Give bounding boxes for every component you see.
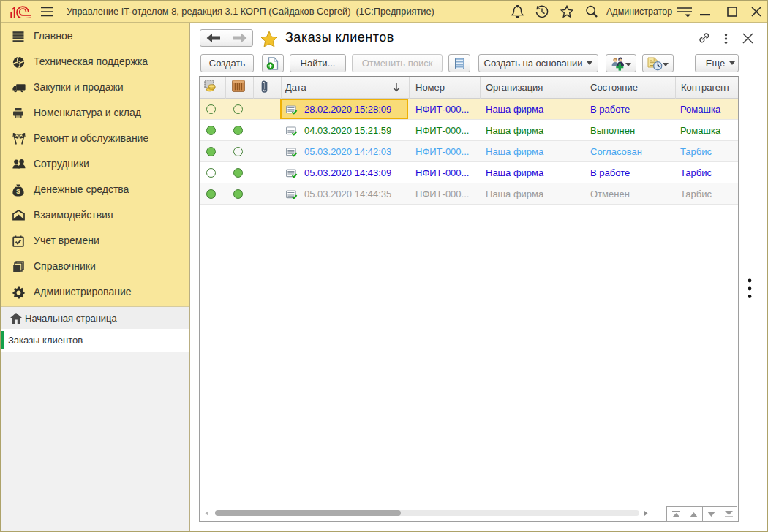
svg-text:$: $ <box>16 187 20 195</box>
